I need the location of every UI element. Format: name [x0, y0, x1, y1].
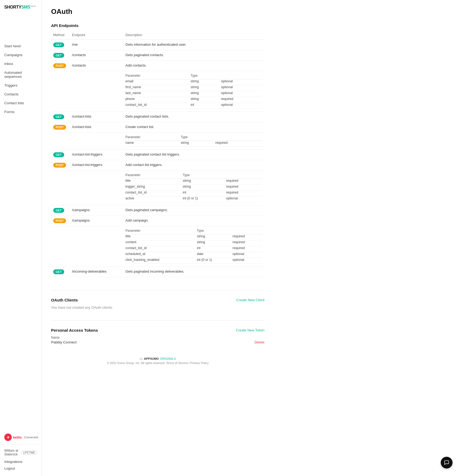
description-cell: Create contact list. [123, 122, 264, 133]
api-endpoints-section: API Endpoints Method Endpoint Descriptio… [51, 23, 264, 277]
table-row: POST /contact-list-triggers Add contact … [51, 160, 264, 171]
create-new-token-button[interactable]: Create New Token [236, 328, 264, 332]
lifetime-badge: LIFETIME [21, 451, 37, 455]
param-row: email string optional [125, 79, 262, 85]
param-required: required [232, 234, 262, 240]
endpoint-cell: /campaigns [70, 216, 123, 226]
method-cell: GET [51, 267, 70, 277]
param-type: string [191, 91, 221, 97]
param-name: scheduled_at [125, 252, 197, 258]
param-row: trigger_string string required [125, 185, 262, 191]
sidebar-item-forms[interactable]: Forms [0, 107, 41, 116]
param-col-parameter: Parameter [125, 134, 181, 141]
chat-button[interactable] [441, 457, 453, 469]
oauth-clients-empty: You have not created any OAuth clients. [51, 305, 264, 309]
table-row: GET /contact-lists Gets paginated contac… [51, 112, 264, 122]
sidebar-user: William at Slaterock LIFETIME [4, 449, 37, 456]
endpoint-cell: /contact-lists [70, 112, 123, 122]
param-type: string [183, 179, 226, 185]
param-row: name string required [125, 141, 262, 147]
description-cell: Gets information for authenticated user. [123, 40, 264, 50]
token-item: Name Pabbly Connect Delete [51, 336, 264, 344]
logo-colored: SMS [21, 5, 30, 9]
sidebar-item-inbox[interactable]: Inbox [0, 59, 41, 68]
table-row: GET /contacts Gets paginated contacts. [51, 50, 264, 61]
param-type: string [191, 97, 221, 103]
sidebar-item-campaigns[interactable]: Campaigns [0, 51, 41, 59]
sidebar-item-automated-sequences[interactable]: Automated sequences [0, 68, 41, 81]
param-type: int (0 or 1) [197, 258, 232, 264]
param-type: string [181, 141, 215, 147]
params-empty [51, 171, 123, 205]
param-row: title string required [125, 179, 262, 185]
method-cell: POST [51, 216, 70, 226]
footer-by: by [140, 357, 143, 360]
param-col-parameter: Parameter [125, 227, 197, 234]
param-col-type: Type [191, 72, 221, 79]
param-required: optional [232, 258, 262, 264]
param-name: trigger_string [125, 185, 183, 191]
param-required: required [226, 185, 262, 191]
method-badge: POST [53, 218, 66, 223]
method-badge: GET [53, 208, 64, 213]
param-type: int [191, 103, 221, 109]
oauth-clients-header: OAuth Clients Create New Client [51, 298, 264, 302]
sidebar-item-contacts[interactable]: Contacts [0, 90, 41, 99]
endpoint-cell: /contact-list-triggers [70, 160, 123, 171]
method-cell: POST [51, 160, 70, 171]
logo: SHORTYSMSBETA [0, 0, 41, 15]
param-required: optional [221, 103, 262, 109]
sidebar-item-integrations[interactable]: Integrations [4, 458, 37, 465]
table-row: GET /me Gets information for authenticat… [51, 40, 264, 50]
param-name: contact_list_id [125, 191, 183, 196]
description-cell: Add contacts. [123, 61, 264, 71]
params-empty [51, 226, 123, 267]
param-name: click_tracking_enabled [125, 258, 197, 264]
delete-token-button[interactable]: Delete [254, 340, 264, 344]
twilio-connected-text: Connected [24, 436, 38, 439]
api-endpoints-title: API Endpoints [51, 23, 264, 28]
create-new-client-button[interactable]: Create New Client [236, 298, 265, 302]
param-type: string [191, 79, 221, 85]
sidebar-username: William at Slaterock [4, 449, 20, 456]
oauth-clients-title: OAuth Clients [51, 298, 78, 302]
endpoint-cell: /contacts [70, 61, 123, 71]
param-type: string [197, 240, 232, 246]
endpoint-cell: /contact-list-triggers [70, 150, 123, 160]
param-row: last_name string optional [125, 91, 262, 97]
param-name: last_name [125, 91, 191, 97]
params-table: Parameter Type email string optional fir… [125, 72, 262, 109]
sidebar-item-start-here[interactable]: Start here! [0, 42, 41, 51]
param-col-required [226, 172, 262, 179]
divider-2 [51, 320, 264, 320]
param-row: contact_list_id int required [125, 246, 262, 252]
sidebar-item-triggers[interactable]: Triggers [0, 81, 41, 90]
param-type: int (0 or 1) [183, 196, 226, 202]
method-cell: GET [51, 150, 70, 160]
table-row: GET /contact-list-triggers Gets paginate… [51, 150, 264, 160]
twilio-text: twilio [13, 435, 22, 439]
param-row: first_name string optional [125, 85, 262, 91]
footer-privacy[interactable]: Privacy Policy [190, 361, 209, 365]
params-cell: Parameter Type email string optional fir… [123, 71, 264, 112]
param-required: optional [232, 252, 262, 258]
params-row: Parameter Type title string required tri… [51, 171, 264, 205]
param-required: optional [221, 79, 262, 85]
footer-terms[interactable]: Terms of Service [166, 361, 188, 365]
endpoints-table: Method Endpoint Description GET /me Gets… [51, 32, 264, 277]
params-row: Parameter Type name string required [51, 133, 264, 150]
sidebar-item-contact-lists[interactable]: Contact lists [0, 99, 41, 107]
method-badge: GET [53, 42, 64, 47]
endpoint-cell: /campaigns [70, 205, 123, 216]
param-type: string [197, 234, 232, 240]
method-badge: GET [53, 269, 64, 274]
description-cell: Add contact list triggers. [123, 160, 264, 171]
param-row: contact_list_id int optional [125, 103, 262, 109]
param-col-type: Type [181, 134, 215, 141]
sidebar-item-logout[interactable]: Logout [4, 465, 37, 472]
description-cell: Gets paginated contact lists. [123, 112, 264, 122]
personal-tokens-section: Personal Access Tokens Create New Token … [51, 328, 264, 344]
token-row: Pabbly Connect Delete [51, 340, 264, 344]
param-name: contact_list_id [125, 103, 191, 109]
param-name: active [125, 196, 183, 202]
